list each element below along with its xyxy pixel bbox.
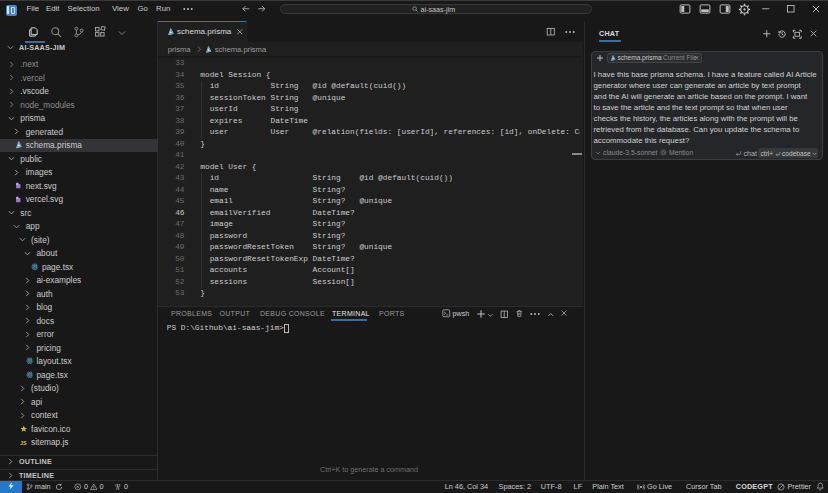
svg-text:JS: JS bbox=[20, 439, 27, 445]
